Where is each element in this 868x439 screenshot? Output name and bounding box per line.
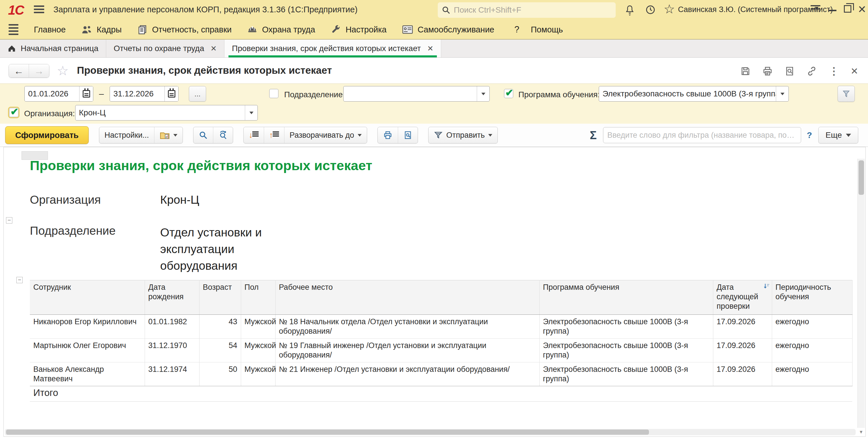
settings-button[interactable]: Настройки...	[99, 127, 154, 143]
quick-filter-input[interactable]: Введите слово для фильтра (название това…	[603, 127, 801, 143]
table-cell: 17.09.2026	[713, 339, 772, 363]
organization-combo[interactable]: Крон-Ц	[75, 105, 258, 121]
department-value	[344, 86, 477, 101]
col-next-check-date[interactable]: Дата следующей проверки	[713, 280, 772, 315]
program-combo[interactable]: Электробезопасность свыше 1000В (3-я гру…	[599, 86, 789, 101]
close-form-icon[interactable]	[850, 66, 858, 76]
col-birthdate[interactable]: Дата рождения	[145, 280, 199, 315]
program-checkbox[interactable]	[504, 89, 513, 98]
scroll-down-icon[interactable]	[858, 430, 864, 436]
collapse-group-button[interactable]	[6, 217, 12, 223]
sections-panel-icon[interactable]	[9, 24, 19, 35]
main-menu-icon[interactable]	[34, 5, 44, 13]
vertical-scrollbar-thumb[interactable]	[859, 160, 864, 195]
tab-home[interactable]: Начальная страница	[0, 40, 106, 57]
department-checkbox[interactable]	[269, 89, 278, 98]
filter-help-icon[interactable]: ?	[807, 130, 812, 140]
period-from-field[interactable]: 01.01.2026	[24, 86, 93, 101]
print-preview-button[interactable]	[398, 127, 417, 143]
save-icon[interactable]	[740, 66, 751, 76]
forward-button[interactable]: →	[29, 64, 49, 77]
calendar-icon[interactable]	[79, 86, 93, 101]
helmet-icon	[247, 24, 257, 35]
table-row[interactable]: Никаноров Егор Кириллович01.01.198243Муж…	[30, 315, 852, 339]
add-to-favorites-star-icon[interactable]	[57, 63, 69, 78]
tab-knowledge-checks-expiring[interactable]: Проверки знания, срок действия которых и…	[224, 40, 441, 57]
collapse-groups-button[interactable]: ↓	[244, 127, 264, 143]
menu-label: Кадры	[97, 25, 122, 34]
table-cell: 17.09.2026	[713, 363, 772, 386]
table-row[interactable]: Мартынюк Олег Егорович31.12.197054Мужско…	[30, 339, 852, 363]
find-button[interactable]	[193, 127, 213, 143]
choose-period-button[interactable]: ...	[189, 86, 206, 101]
col-periodicity[interactable]: Периодичность обучения	[772, 280, 852, 315]
more-button[interactable]: Еще	[818, 127, 858, 144]
generate-button[interactable]: Сформировать	[5, 126, 89, 144]
report-variants-button[interactable]	[154, 127, 183, 143]
search-placeholder: Поиск Ctrl+Shift+F	[454, 5, 521, 14]
chevron-down-icon[interactable]	[245, 105, 257, 120]
menu-item-self-service[interactable]: Самообслуживание	[402, 25, 494, 34]
find-next-button[interactable]	[213, 127, 233, 143]
organization-checkbox[interactable]	[9, 108, 19, 117]
global-search-input[interactable]: Поиск Ctrl+Shift+F	[438, 2, 616, 18]
vertical-scrollbar[interactable]	[857, 159, 865, 428]
col-age[interactable]: Возраст	[199, 280, 241, 315]
department-combo[interactable]	[343, 86, 490, 101]
print-preview-icon[interactable]	[784, 66, 795, 76]
expand-to-button[interactable]: Разворачивать до	[284, 127, 367, 143]
menu-item-main[interactable]: Главное	[34, 25, 66, 34]
send-button[interactable]: Отправить	[429, 127, 497, 143]
menu-item-reports[interactable]: Отчетность, справки	[137, 24, 231, 35]
menu-item-hr[interactable]: Кадры	[81, 25, 122, 34]
tab-close-icon[interactable]: ✕	[427, 44, 433, 53]
tab-close-icon[interactable]: ✕	[210, 44, 217, 53]
service-menu-icon[interactable]	[811, 5, 820, 14]
horizontal-scrollbar[interactable]	[5, 429, 856, 435]
get-link-icon[interactable]	[806, 66, 817, 76]
more-actions-icon[interactable]	[829, 65, 839, 77]
table-cell: ежегодно	[772, 363, 852, 386]
chevron-down-icon[interactable]	[477, 86, 489, 101]
calendar-icon[interactable]	[164, 86, 178, 101]
print-icon[interactable]	[762, 66, 773, 76]
print-button[interactable]	[378, 127, 398, 143]
report-doc-icon	[137, 24, 148, 35]
report-dept-label: Подразделение	[30, 224, 116, 238]
collapse-group-button[interactable]	[17, 277, 23, 283]
col-program[interactable]: Программа обучения	[539, 280, 713, 315]
col-sex[interactable]: Пол	[241, 280, 275, 315]
col-employee[interactable]: Сотрудник	[30, 280, 145, 315]
menu-label: Главное	[34, 25, 66, 34]
report-form-header: ← → Проверки знания, срок действия котор…	[0, 58, 868, 84]
notifications-bell-icon[interactable]	[625, 5, 635, 16]
restore-window-icon[interactable]	[844, 5, 851, 12]
page-title: Проверки знания, срок действия которых и…	[77, 65, 332, 76]
close-window-icon[interactable]	[858, 3, 866, 15]
table-cell: Электробезопасность свыше 1000В (3-я гру…	[539, 363, 713, 386]
filter-settings-button[interactable]	[838, 86, 855, 102]
minimize-icon[interactable]	[829, 10, 836, 11]
period-from-value[interactable]: 01.01.2026	[25, 86, 79, 101]
favorites-star-icon[interactable]	[663, 2, 675, 17]
autosum-sigma-icon[interactable]: Σ	[590, 129, 597, 142]
chevron-down-icon[interactable]	[776, 86, 788, 101]
organization-value: Крон-Ц	[75, 105, 245, 120]
menu-item-labor-safety[interactable]: Охрана труда	[247, 24, 315, 35]
sort-ascending-icon[interactable]	[763, 283, 770, 289]
tab-labor-safety-reports[interactable]: Отчеты по охране труда ✕	[106, 40, 224, 57]
period-to-field[interactable]: 31.12.2026	[110, 86, 179, 101]
total-row[interactable]: Итого	[30, 386, 852, 402]
table-row[interactable]: Ваньков Александр Матвеевич31.12.197450М…	[30, 363, 852, 386]
horizontal-scrollbar-thumb[interactable]	[6, 430, 649, 435]
col-workplace[interactable]: Рабочее место	[275, 280, 539, 315]
period-to-value[interactable]: 31.12.2026	[110, 86, 164, 101]
menu-item-settings[interactable]: Настройка	[331, 24, 386, 35]
back-button[interactable]: ←	[9, 64, 29, 77]
help-question-icon[interactable]: ?	[515, 24, 519, 35]
report-filters-panel: 01.01.2026 – 31.12.2026 ... Подразделени…	[0, 84, 868, 124]
expand-groups-button[interactable]: ↑	[264, 127, 284, 143]
menu-item-help[interactable]: Помощь	[531, 24, 563, 35]
current-user[interactable]: Савинская З.Ю. (Системный программист)	[678, 5, 833, 14]
history-icon[interactable]	[645, 5, 656, 15]
